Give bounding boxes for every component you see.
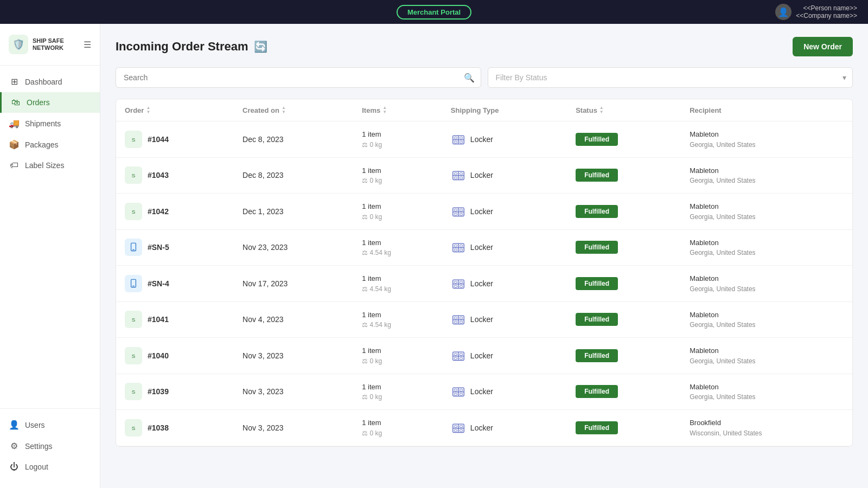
svg-rect-35 [454, 249, 457, 251]
settings-icon: ⚙ [9, 441, 20, 451]
sidebar-item-dashboard[interactable]: ⊞ Dashboard [0, 71, 100, 92]
svg-rect-44 [459, 281, 462, 282]
new-order-button[interactable]: New Order [793, 37, 853, 56]
status-badge: Fulfilled [576, 349, 618, 362]
col-items[interactable]: Items ▲▼ [353, 99, 442, 121]
status-badge: Fulfilled [576, 277, 618, 290]
svg-rect-80 [459, 425, 462, 427]
items-weight: ⚖ 4.54 kg [362, 284, 433, 294]
items-count: 1 item [362, 418, 433, 428]
sidebar-label-users: Users [25, 421, 45, 429]
svg-rect-52 [454, 317, 457, 319]
col-shipping-type: Shipping Type [442, 99, 567, 121]
shipping-type-cell: Locker [442, 266, 567, 302]
sidebar-item-label-sizes[interactable]: 🏷 Label Sizes [0, 155, 100, 176]
order-cell: #SN-5 [116, 229, 234, 266]
svg-rect-25 [454, 213, 457, 215]
packages-icon: 📦 [9, 139, 20, 150]
table-row[interactable]: S #1039 Nov 3, 2023 1 item ⚖ 0 kg [116, 374, 852, 410]
sidebar-item-packages[interactable]: 📦 Packages [0, 134, 100, 155]
merchant-portal-button[interactable]: Merchant Portal [397, 5, 471, 20]
created-on-cell: Nov 17, 2023 [234, 266, 353, 302]
table-row[interactable]: S #1042 Dec 1, 2023 1 item ⚖ 0 kg [116, 194, 852, 230]
order-number: #SN-5 [148, 243, 169, 252]
shopify-icon: S [125, 347, 142, 364]
svg-rect-36 [459, 249, 462, 251]
order-cell: S #1039 [116, 374, 234, 410]
sidebar-item-orders[interactable]: 🛍 Orders [0, 92, 100, 113]
svg-text:S: S [132, 173, 136, 179]
status-badge: Fulfilled [576, 241, 618, 254]
page-title: Incoming Order Stream [116, 40, 248, 54]
status-cell: Fulfilled [567, 338, 681, 374]
dashboard-icon: ⊞ [9, 76, 20, 87]
table-row[interactable]: #SN-5 Nov 23, 2023 1 item ⚖ 4.54 kg [116, 229, 852, 266]
svg-rect-70 [454, 389, 457, 391]
items-cell: 1 item ⚖ 4.54 kg [353, 229, 442, 266]
items-cell: 1 item ⚖ 0 kg [353, 338, 442, 374]
order-cell: S #1042 [116, 194, 234, 230]
recipient-city: Brookfield [690, 418, 844, 428]
recipient-city: Mableton [690, 273, 844, 284]
status-cell: Fulfilled [567, 266, 681, 302]
recipient-cell: Mableton Georgia, United States [681, 374, 852, 410]
refresh-icon[interactable]: 🔄 [254, 40, 267, 53]
created-on-cell: Nov 4, 2023 [234, 301, 353, 338]
order-cell: S #1043 [116, 157, 234, 194]
locker-icon [451, 348, 466, 363]
user-name: <<Person name>> [796, 4, 857, 12]
shipments-icon: 🚚 [9, 118, 20, 129]
svg-rect-33 [454, 245, 457, 247]
sidebar-item-shipments[interactable]: 🚚 Shipments [0, 113, 100, 134]
table-row[interactable]: S #1038 Nov 3, 2023 1 item ⚖ 0 kg [116, 410, 852, 446]
recipient-city: Mableton [690, 237, 844, 248]
status-cell: Fulfilled [567, 374, 681, 410]
table-row[interactable]: S #1040 Nov 3, 2023 1 item ⚖ 0 kg [116, 338, 852, 374]
orders-icon: 🛍 [10, 98, 21, 107]
table-row[interactable]: S #1041 Nov 4, 2023 1 item ⚖ 4.54 kg [116, 301, 852, 338]
svg-rect-55 [459, 322, 462, 323]
search-input[interactable] [116, 67, 481, 88]
svg-text:S: S [132, 425, 136, 431]
recipient-city: Mableton [690, 382, 844, 393]
device-icon [125, 275, 142, 292]
table-row[interactable]: #SN-4 Nov 17, 2023 1 item ⚖ 4.54 kg [116, 266, 852, 302]
svg-rect-81 [454, 429, 457, 431]
col-created-on[interactable]: Created on ▲▼ [234, 99, 353, 121]
svg-rect-46 [459, 285, 462, 287]
items-weight: ⚖ 0 kg [362, 428, 433, 438]
table-row[interactable]: S #1043 Dec 8, 2023 1 item ⚖ 0 kg [116, 157, 852, 194]
sidebar-item-users[interactable]: 👤 Users [0, 414, 100, 435]
status-badge: Fulfilled [576, 421, 618, 434]
status-badge: Fulfilled [576, 133, 618, 146]
locker-icon [451, 420, 466, 435]
sidebar-label-shipments: Shipments [25, 119, 61, 128]
hamburger-menu[interactable]: ☰ [84, 40, 91, 50]
svg-rect-54 [454, 322, 457, 323]
items-cell: 1 item ⚖ 0 kg [353, 410, 442, 446]
items-cell: 1 item ⚖ 4.54 kg [353, 266, 442, 302]
order-number: #1039 [148, 387, 169, 396]
recipient-country: Georgia, United States [690, 212, 844, 222]
recipient-city: Mableton [690, 310, 844, 320]
svg-rect-15 [459, 173, 462, 175]
shipping-type-cell: Locker [442, 229, 567, 266]
shipping-type-cell: Locker [442, 301, 567, 338]
svg-rect-62 [459, 353, 462, 355]
items-count: 1 item [362, 165, 433, 176]
status-filter-select[interactable]: Filter By Status Fulfilled Pending Cance… [488, 67, 853, 88]
sidebar-item-logout[interactable]: ⏻ Logout [0, 457, 100, 477]
table-row[interactable]: S #1044 Dec 8, 2023 1 item ⚖ 0 kg [116, 121, 852, 158]
sidebar-item-settings[interactable]: ⚙ Settings [0, 435, 100, 457]
col-order[interactable]: Order ▲▼ [116, 99, 234, 121]
order-number: #1042 [148, 207, 169, 216]
shipping-type-label: Locker [470, 171, 493, 179]
items-count: 1 item [362, 129, 433, 140]
locker-icon [451, 168, 466, 183]
shopify-icon: S [125, 383, 142, 400]
shipping-type-label: Locker [470, 351, 493, 360]
col-status[interactable]: Status ▲▼ [567, 99, 681, 121]
status-cell: Fulfilled [567, 410, 681, 446]
recipient-city: Mableton [690, 129, 844, 140]
status-cell: Fulfilled [567, 121, 681, 158]
